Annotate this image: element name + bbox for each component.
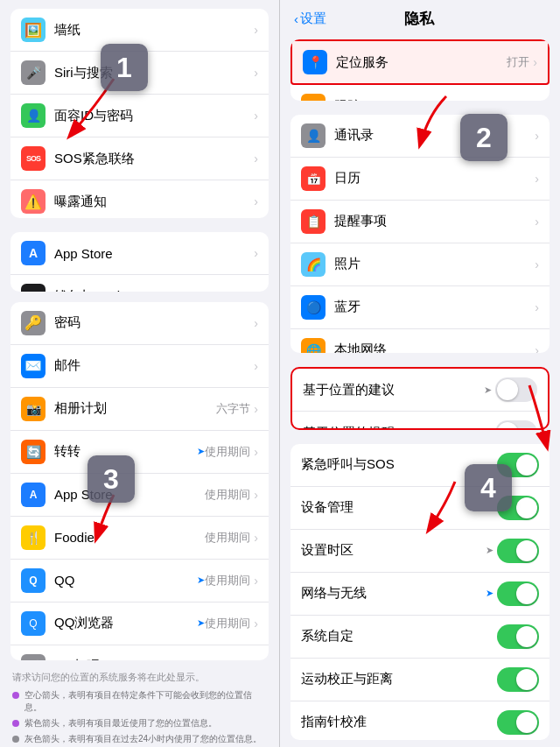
appstore-icon: A	[21, 241, 46, 265]
contacts-value: 六字节	[216, 401, 250, 417]
forward-value: 使用期间	[205, 444, 250, 460]
chevron-icon: ›	[254, 152, 258, 166]
loc-remind-label: 基于位置的提醒	[303, 425, 484, 430]
devmgmt-toggle[interactable]	[497, 496, 539, 520]
loc-suggest-row[interactable]: 基于位置的建议 ➤	[292, 369, 548, 412]
qqbrowser-row[interactable]: Q QQ浏览器 ➤ 使用期间 ›	[10, 603, 269, 645]
mail-icon: ✉️	[21, 354, 46, 378]
perm-localnet-icon: 🌐	[301, 338, 326, 354]
wallpaper-row[interactable]: 🖼️ 墙纸 ›	[10, 9, 269, 52]
exposure-row[interactable]: ⚠️ 曝露通知 ›	[10, 180, 269, 218]
qq-row[interactable]: Q QQ ➤ 使用期间 ›	[10, 560, 269, 603]
network-arrow: ➤	[486, 588, 494, 599]
motion-row[interactable]: 运动校正与距离	[290, 659, 550, 701]
password-label: 密码	[54, 314, 254, 331]
sos-toggle-row[interactable]: 紧急呼叫与SOS	[290, 444, 550, 487]
loc-suggest-toggle[interactable]	[495, 377, 537, 402]
customization-row[interactable]: 系统自定	[290, 616, 550, 659]
chevron-icon: ›	[535, 99, 539, 101]
perm-photos-label: 照片	[334, 256, 535, 272]
timezone-toggle[interactable]	[497, 539, 539, 563]
perm-photos-row[interactable]: 🌈 照片 ›	[290, 243, 550, 286]
customization-label: 系统自定	[301, 628, 497, 645]
perm-reminders-icon: 📋	[301, 209, 326, 234]
loc-remind-arrow: ➤	[484, 427, 492, 430]
chevron-icon: ›	[254, 359, 258, 373]
customization-toggle[interactable]	[497, 624, 539, 649]
siri2-label: Siri与呢…	[54, 658, 197, 660]
page-title: 隐私	[404, 9, 434, 29]
legend-text-3: 灰色箭头，表明有项目在过去24小时内使用了您的位置信息。	[24, 733, 262, 745]
chevron-icon: ›	[254, 659, 258, 660]
contacts-row[interactable]: 📸 相册计划 六字节 ›	[10, 388, 269, 431]
loc-remind-toggle[interactable]	[495, 420, 537, 430]
forward-row[interactable]: 🔄 转转 ➤ 使用期间 ›	[10, 431, 269, 474]
wallpaper-icon: 🖼️	[21, 18, 46, 42]
perm-reminders-row[interactable]: 📋 提醒事项 ›	[290, 201, 550, 243]
chevron-icon: ›	[535, 343, 539, 354]
location-group: 📍 定位服务 打开 › 👁️ 跟踪 ›	[290, 39, 550, 101]
legend-purple-hollow: 空心箭头，表明有项目在特定条件下可能会收到您的位置信息。	[0, 687, 279, 715]
password-row[interactable]: 🔑 密码 ›	[10, 302, 269, 345]
timezone-row[interactable]: 设置时区 ➤	[290, 530, 550, 573]
location-row[interactable]: 📍 定位服务 打开 ›	[290, 39, 550, 85]
chevron-icon: ›	[254, 316, 258, 330]
compass-row[interactable]: 指南针校准	[290, 701, 550, 740]
legend-purple-solid: 紫色箭头，表明有项目最近使用了您的位置信息。	[0, 715, 279, 731]
perm-bluetooth-row[interactable]: 🔵 蓝牙 ›	[290, 286, 550, 329]
foodie-row[interactable]: 🍴 Foodie 使用期间 ›	[10, 517, 269, 560]
compass-toggle[interactable]	[497, 710, 539, 735]
top-settings-group: 🖼️ 墙纸 › 🎤 Siri与搜索 › 👤 面容ID与密码 › SOS SOS紧…	[10, 9, 269, 218]
location-icon: 📍	[303, 50, 327, 74]
perm-localnet-label: 本地网络	[334, 342, 535, 353]
chevron-icon: ›	[254, 194, 258, 208]
chevron-icon: ›	[535, 300, 539, 314]
tracking-row[interactable]: 👁️ 跟踪 ›	[290, 85, 550, 101]
forward-label: 转转	[54, 443, 197, 460]
appstore2-value: 使用期间	[205, 487, 250, 503]
toggle-thumb	[497, 379, 518, 400]
toggle-thumb	[516, 712, 537, 733]
siri-row[interactable]: 🎤 Siri与搜索 ›	[10, 52, 269, 95]
siri-icon: 🎤	[21, 60, 46, 85]
contacts-icon: 📸	[21, 397, 46, 421]
timezone-label: 设置时区	[301, 542, 486, 559]
network-row[interactable]: 网络与无线 ➤	[290, 573, 550, 616]
sos-row[interactable]: SOS SOS紧急联络 ›	[10, 137, 269, 180]
password-icon: 🔑	[21, 311, 46, 335]
permissions-group: 👤 通讯录 › 📅 日历 › 📋 提醒事项 › 🌈 照片 › 🔵 蓝牙	[290, 115, 550, 354]
network-toggle[interactable]	[497, 581, 539, 606]
sos-toggle[interactable]	[497, 453, 539, 477]
qq-value: 使用期间	[205, 573, 250, 588]
chevron-icon: ›	[254, 488, 258, 502]
loc-remind-row[interactable]: 基于位置的提醒 ➤	[292, 412, 548, 430]
sos-label: SOS紧急联络	[54, 151, 254, 167]
tracking-icon: 👁️	[301, 94, 326, 101]
motion-toggle[interactable]	[497, 667, 539, 692]
qqbrowser-label: QQ浏览器	[54, 615, 197, 631]
perm-contacts-icon: 👤	[301, 123, 326, 148]
perm-contacts-row[interactable]: 👤 通讯录 ›	[290, 115, 550, 158]
forward-loc: ➤	[197, 446, 205, 457]
qq-label: QQ	[54, 573, 197, 588]
perm-localnet-row[interactable]: 🌐 本地网络 ›	[290, 329, 550, 354]
siri2-row[interactable]: 🎤 Siri与呢… ➤ 使用期间 ›	[10, 645, 269, 660]
appstore-row[interactable]: A App Store ›	[10, 232, 269, 275]
wallet-label: 钱包与Apple Pay	[54, 288, 254, 292]
appstore2-row[interactable]: A App Store 使用期间 ›	[10, 474, 269, 517]
toggle-thumb	[516, 540, 537, 561]
wallet-row[interactable]: 💳 钱包与Apple Pay ›	[10, 275, 269, 291]
exposure-label: 曝露通知	[54, 194, 254, 210]
location-value: 打开	[507, 54, 529, 70]
legend-dot-1	[12, 692, 19, 699]
perm-calendar-row[interactable]: 📅 日历 ›	[290, 158, 550, 201]
mail-row[interactable]: ✉️ 邮件 ›	[10, 345, 269, 388]
tracking-label: 跟踪	[334, 98, 535, 101]
faceid-row[interactable]: 👤 面容ID与密码 ›	[10, 95, 269, 137]
appstore-group: A App Store › 💳 钱包与Apple Pay ›	[10, 232, 269, 291]
back-button[interactable]: ‹ 设置	[294, 11, 326, 27]
devmgmt-row[interactable]: 设备管理	[290, 487, 550, 530]
appstore2-label: App Store	[54, 487, 205, 502]
contacts-label: 相册计划	[54, 400, 216, 417]
toggle-thumb	[516, 669, 537, 690]
